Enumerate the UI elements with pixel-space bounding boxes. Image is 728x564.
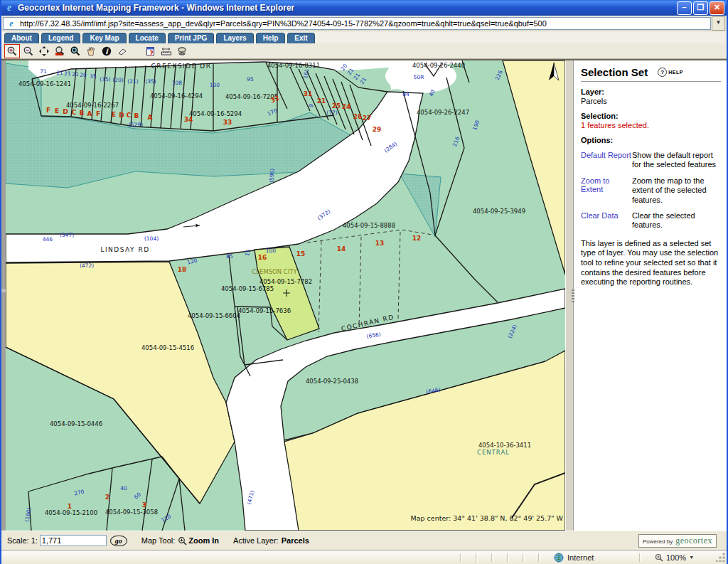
- map-label: D: [63, 108, 68, 115]
- map-label: 35: [90, 73, 97, 80]
- url-field[interactable]: e http://67.32.48.35/imf/imf.jsp?site=as…: [3, 17, 711, 30]
- window-title: Geocortex Internet Mapping Framework - W…: [18, 3, 675, 13]
- main-content: W: [1, 60, 727, 531]
- zoom-control[interactable]: 100% ▼: [655, 553, 712, 562]
- menu-bar: About Legend Key Map Locate Print JPG La…: [1, 31, 727, 43]
- map-label: 3: [142, 501, 146, 509]
- security-zone: Internet: [554, 553, 639, 563]
- map-label: 4054-09-25-3949: [473, 208, 525, 215]
- map-label: 14: [337, 245, 346, 252]
- map-label: 100: [266, 248, 277, 254]
- map-label: 34: [184, 116, 193, 123]
- map-label: 85: [226, 253, 233, 260]
- help-icon: ?: [658, 68, 667, 77]
- minimize-button[interactable]: –: [677, 1, 692, 15]
- tab-about[interactable]: About: [4, 33, 39, 43]
- powered-by-badge[interactable]: Powered by geocortex: [638, 534, 717, 548]
- zoom-in-icon[interactable]: [4, 44, 20, 58]
- maptool-zoom-icon: [178, 536, 187, 546]
- map-label: 71: [40, 68, 47, 75]
- layer-label: Layer:: [581, 87, 721, 96]
- help-link[interactable]: ? HELP: [658, 68, 683, 77]
- tab-exit[interactable]: Exit: [287, 33, 314, 43]
- tab-help[interactable]: Help: [256, 33, 286, 43]
- title-bar[interactable]: e Geocortex Internet Mapping Framework -…: [1, 0, 727, 16]
- map-label: 25: [332, 102, 341, 110]
- tab-print-jpg[interactable]: Print JPG: [168, 33, 215, 43]
- map-label: 4054-09-26-2247: [417, 109, 469, 116]
- map-label: C: [72, 109, 77, 116]
- map-label: 4054-09-26-2440: [412, 62, 465, 69]
- identify-icon[interactable]: i: [100, 45, 114, 58]
- eraser-icon[interactable]: [115, 45, 129, 58]
- map-label: 29: [373, 126, 382, 133]
- default-report-desc: Show the default report for the selected…: [632, 151, 721, 170]
- zoom-to-extent-link[interactable]: Zoom to Extent: [581, 176, 632, 205]
- address-bar: e http://67.32.48.35/imf/imf.jsp?site=as…: [1, 16, 727, 31]
- map-label: (104): [144, 235, 159, 242]
- url-dropdown-button[interactable]: ▼: [712, 16, 725, 31]
- map-label: 18: [178, 266, 187, 273]
- map-label: 4054-09-25-0438: [306, 378, 358, 385]
- zoom-full-extent-icon[interactable]: [37, 45, 51, 58]
- buffer-icon[interactable]: [175, 45, 189, 58]
- ie-icon: e: [4, 2, 15, 14]
- map-label: (35): [100, 76, 110, 83]
- map-label: 12: [412, 235, 422, 242]
- map-label: 108: [172, 80, 183, 86]
- map-label: 33: [223, 119, 232, 126]
- map-label: 4054-09-15-7636: [238, 307, 291, 314]
- map-label: (472): [80, 262, 94, 269]
- map-label: (347): [60, 232, 74, 238]
- zoom-out-icon[interactable]: [21, 45, 36, 58]
- divider: [581, 81, 721, 82]
- panel-title: Selection Set ? HELP: [581, 66, 721, 78]
- restore-button[interactable]: ❐: [693, 1, 708, 15]
- tab-locate[interactable]: Locate: [129, 33, 166, 43]
- map-label: 21: [317, 97, 326, 105]
- default-report-link[interactable]: Default Report: [581, 151, 632, 170]
- measure-icon[interactable]: [159, 45, 173, 58]
- report-query-icon[interactable]: ?: [144, 45, 158, 58]
- close-button[interactable]: ✕: [710, 1, 724, 15]
- resize-grip[interactable]: [716, 553, 725, 562]
- scale-input[interactable]: [40, 535, 107, 546]
- tab-key-map[interactable]: Key Map: [82, 33, 126, 43]
- map-label: 16: [258, 254, 267, 261]
- zoom-to-selected-icon[interactable]: [53, 45, 67, 58]
- map-label: 4054-09-15-6785: [221, 285, 274, 292]
- pan-hand-icon[interactable]: [84, 45, 98, 58]
- clear-data-link[interactable]: Clear Data: [581, 211, 632, 230]
- map-label: F: [96, 110, 100, 117]
- options-label: Options:: [581, 136, 721, 144]
- map-label: 100: [210, 82, 220, 88]
- scale-label: Scale: 1:: [7, 536, 38, 545]
- map-canvas[interactable]: CREEKSIDE DRLINDSAY RDCOCHRAN RD4054-09-…: [6, 60, 565, 531]
- map-label: 2: [105, 494, 109, 501]
- panel-splitter[interactable]: [565, 60, 574, 531]
- map-label: 27: [363, 115, 372, 122]
- tab-legend[interactable]: Legend: [41, 33, 81, 43]
- go-button[interactable]: go: [110, 536, 127, 546]
- map-label: 4054-09-15-7782: [259, 278, 312, 285]
- layer-note: This layer is defined as a selected set …: [581, 239, 721, 287]
- zoom-dropdown-icon[interactable]: ▼: [689, 555, 694, 560]
- map-label: (596): [268, 168, 276, 183]
- option-clear-data: Clear Data Clear the selected features.: [581, 211, 721, 230]
- map-label: 13: [375, 240, 385, 247]
- tab-layers[interactable]: Layers: [216, 33, 253, 43]
- zone-label: Internet: [567, 553, 594, 562]
- magnify-icon[interactable]: [68, 45, 82, 58]
- map-viewport[interactable]: CREEKSIDE DRLINDSAY RDCOCHRAN RD4054-09-…: [6, 60, 565, 531]
- splitter-grip-icon[interactable]: [572, 289, 574, 302]
- map-label: CLEMSON CITY: [252, 268, 297, 275]
- maptool-label: Map Tool:: [141, 536, 176, 545]
- map-label: 4054-09-16-2267: [66, 102, 119, 109]
- browser-status-bar: Internet 100% ▼: [1, 550, 727, 564]
- layer-value: Parcels: [581, 97, 721, 105]
- map-label: 4054-09-15-6604: [188, 312, 240, 319]
- zoom-level-icon: [655, 553, 663, 562]
- map-label: A: [87, 110, 92, 117]
- map-label: 84: [402, 91, 410, 97]
- map-label: F: [46, 107, 50, 114]
